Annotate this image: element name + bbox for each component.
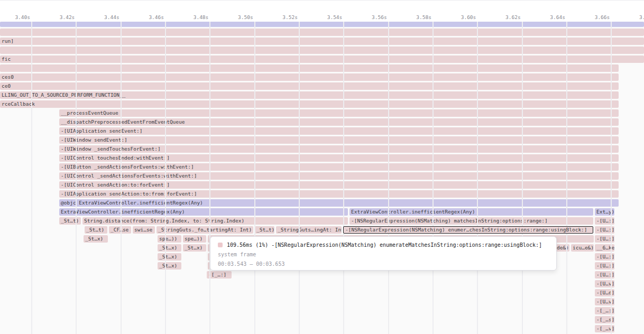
ruler-tick-label: 3.40s [0,14,30,20]
time-gridline [611,22,612,334]
flame-frame[interactable]: @objc ExtraViewController.inefficientReg… [59,199,619,207]
time-gridline [76,22,77,334]
flame-frame[interactable]: swi…se [133,226,155,234]
time-gridline [566,22,567,334]
flame-frame[interactable]: _St…x) [183,244,206,252]
ruler-tick-label: 3.64s [0,14,565,20]
flame-frame[interactable]: _St…x) [158,244,181,252]
ruler-tick-label: 3.46s [0,14,164,20]
frame-tooltip: 109.56ms (1%)-[NSRegularExpression(NSMat… [210,236,557,271]
ruler-tick-label: 3.42s [0,14,75,20]
time-gridline [209,22,210,334]
flame-frame[interactable]: -[UIApplication sendEvent:] [59,127,619,135]
ruler-tick-label: 3.60s [0,14,476,20]
ruler-tick-label: 3.48s [0,14,208,20]
frame-color-swatch-icon [218,243,223,247]
flame-frame[interactable]: fic [0,55,644,63]
flame-frame[interactable] [0,22,644,27]
flame-frame[interactable]: ces0 [0,73,619,81]
flame-frame[interactable]: _St…x) [158,253,181,261]
ruler-tick-label: 3.68s [0,14,644,20]
ruler-tick-label: 3.44s [0,14,119,20]
flame-frame[interactable]: __processEventQueue [59,109,619,117]
flame-frame[interactable] [0,47,644,54]
ruler-tick-label: 3.56s [0,14,387,20]
flame-frame[interactable]: ce0 [0,82,619,90]
ruler-tick-label: 3.62s [0,14,521,20]
flame-frame[interactable]: spe…)) [183,235,206,243]
time-gridline [121,22,122,334]
flame-frame[interactable] [0,29,644,36]
time-gridline [299,22,300,334]
ruler-tick-label: 3.66s [0,14,610,20]
flame-frame[interactable]: _St…x) [158,262,181,270]
time-gridline [31,22,32,334]
flame-frame[interactable]: -[UIControl sendAction:to:forEvent:] [59,181,619,189]
flame-frame[interactable]: spe…)) [158,235,181,243]
ruler-tick-label: 3.54s [0,14,342,20]
tooltip-headline: 109.56ms (1%)-[NSRegularExpression(NSMat… [218,242,549,248]
flame-frame[interactable]: -[UIControl touchesEnded:withEvent:] [59,154,619,162]
ruler-tick-label: 3.52s [0,14,298,20]
flame-frame[interactable]: _St…x) [84,235,108,243]
tooltip-subtitle: system frame [218,252,549,257]
flame-frame[interactable]: _St…t) [255,226,274,234]
time-gridline [165,22,166,334]
flame-frame[interactable]: -[UIWindow _sendTouchesForEvent:] [59,145,619,153]
time-gridline [388,22,389,334]
instruments-flame-chart-window: run]ficces0ce0LLING_OUT_TO_A_SOURCE0_PER… [0,0,644,334]
time-gridline [477,22,478,334]
time-gridline [433,22,434,334]
flame-frame[interactable]: -[UIWindow sendEvent:] [59,136,619,144]
flame-frame[interactable]: ExtraViewController.inefficientRegex(Any… [349,208,593,216]
tooltip-duration: 109.56ms (1%) [227,242,268,248]
time-gridline [254,22,255,334]
ruler-tick-label: 3.58s [0,14,431,20]
time-gridline [522,22,523,334]
flame-frame[interactable]: -[UIButton _sendActionsForEvents:withEve… [59,163,619,171]
time-ruler[interactable]: 3.40s3.42s3.44s3.46s3.48s3.50s3.52s3.54s… [0,0,644,22]
tooltip-method: -[NSRegularExpression(NSMatching) enumer… [271,242,542,248]
flame-frame[interactable]: ExtraViewController.inefficientRegex(Any… [59,208,348,216]
flame-frame[interactable]: -[NSRegularExpression(NSMatching) matche… [349,217,593,225]
flame-frame[interactable]: __dispatchPreprocessedEventFromEventQueu… [59,118,619,126]
flame-frame[interactable]: -[UIApplication sendAction:to:from:forEv… [59,190,619,198]
flame-frame[interactable]: String.distance(from: String.Index, to: … [82,217,348,225]
flame-frame[interactable]: run] [0,38,644,45]
flame-frame[interactable]: -[UIControl _sendActionsForEvents:withEv… [59,172,619,180]
flame-frame[interactable]: rceCallback [0,100,619,108]
flame-frame[interactable] [0,64,619,72]
flame-frame[interactable]: LLING_OUT_TO_A_SOURCE0_PERFORM_FUNCTION_… [0,91,619,99]
flame-frame[interactable]: _StringGuts._fo…tartingAt: Int) [157,226,253,234]
flame-frame-selected[interactable]: -[NSRegularExpression(NSMatching) enumer… [343,226,593,234]
flame-frame[interactable]: _St…t) [85,226,107,234]
ruler-tick-label: 3.50s [0,14,253,20]
time-gridline [343,22,344,334]
flame-frame[interactable]: _StringGuts…ingAt: Int) [276,226,342,234]
tooltip-time-range: 00:03.543 — 00:03.653 [218,261,549,267]
flame-frame[interactable]: _St…t) [59,217,81,225]
flame-graph: run]ficces0ce0LLING_OUT_TO_A_SOURCE0_PER… [0,0,644,334]
flame-frame[interactable]: icu…e&) [571,244,594,252]
